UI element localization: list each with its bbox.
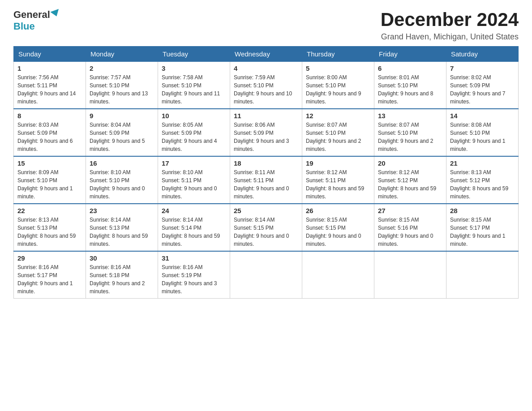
week-row-1: 1Sunrise: 7:56 AMSunset: 5:11 PMDaylight… [14, 62, 519, 109]
header-day-friday: Friday [374, 47, 446, 62]
calendar-cell: 26Sunrise: 8:15 AMSunset: 5:15 PMDayligh… [302, 204, 374, 251]
day-info: Sunrise: 8:05 AMSunset: 5:09 PMDaylight:… [162, 121, 226, 153]
day-info: Sunrise: 8:04 AMSunset: 5:09 PMDaylight:… [90, 121, 154, 153]
day-number: 15 [17, 159, 82, 167]
day-info: Sunrise: 7:58 AMSunset: 5:10 PMDaylight:… [162, 73, 226, 106]
day-number: 27 [378, 207, 442, 214]
calendar-cell [302, 251, 374, 299]
day-number: 31 [162, 254, 226, 262]
calendar-cell: 2Sunrise: 7:57 AMSunset: 5:10 PMDaylight… [86, 62, 158, 109]
calendar-cell: 22Sunrise: 8:13 AMSunset: 5:13 PMDayligh… [14, 204, 86, 251]
day-info: Sunrise: 8:14 AMSunset: 5:14 PMDaylight:… [162, 216, 226, 248]
calendar-cell: 20Sunrise: 8:12 AMSunset: 5:12 PMDayligh… [374, 156, 446, 204]
day-number: 13 [378, 112, 442, 120]
day-info: Sunrise: 8:15 AMSunset: 5:16 PMDaylight:… [378, 216, 442, 248]
calendar-cell: 21Sunrise: 8:13 AMSunset: 5:12 PMDayligh… [446, 156, 519, 204]
header-day-monday: Monday [86, 47, 158, 62]
day-info: Sunrise: 8:11 AMSunset: 5:11 PMDaylight:… [234, 168, 298, 201]
day-number: 7 [450, 64, 515, 72]
calendar-cell: 19Sunrise: 8:12 AMSunset: 5:11 PMDayligh… [302, 156, 374, 204]
calendar-cell: 31Sunrise: 8:16 AMSunset: 5:19 PMDayligh… [158, 251, 230, 299]
calendar-cell: 27Sunrise: 8:15 AMSunset: 5:16 PMDayligh… [374, 204, 446, 251]
day-info: Sunrise: 8:14 AMSunset: 5:13 PMDaylight:… [90, 216, 154, 248]
calendar-cell: 9Sunrise: 8:04 AMSunset: 5:09 PMDaylight… [86, 109, 158, 156]
day-info: Sunrise: 8:16 AMSunset: 5:18 PMDaylight:… [90, 263, 154, 295]
header-day-thursday: Thursday [302, 47, 374, 62]
day-number: 25 [234, 207, 298, 214]
day-number: 19 [306, 159, 370, 167]
day-number: 1 [17, 64, 82, 72]
calendar-cell: 7Sunrise: 8:02 AMSunset: 5:09 PMDaylight… [446, 62, 519, 109]
calendar-cell: 24Sunrise: 8:14 AMSunset: 5:14 PMDayligh… [158, 204, 230, 251]
month-year-title: December 2024 [381, 9, 519, 30]
calendar-cell: 18Sunrise: 8:11 AMSunset: 5:11 PMDayligh… [230, 156, 302, 204]
day-number: 11 [234, 112, 298, 120]
day-info: Sunrise: 8:09 AMSunset: 5:10 PMDaylight:… [17, 168, 82, 201]
day-info: Sunrise: 8:10 AMSunset: 5:10 PMDaylight:… [90, 168, 154, 201]
week-row-3: 15Sunrise: 8:09 AMSunset: 5:10 PMDayligh… [14, 156, 519, 204]
day-number: 10 [162, 112, 226, 120]
day-info: Sunrise: 8:07 AMSunset: 5:10 PMDaylight:… [378, 121, 442, 153]
day-info: Sunrise: 8:03 AMSunset: 5:09 PMDaylight:… [17, 121, 82, 153]
day-info: Sunrise: 8:10 AMSunset: 5:11 PMDaylight:… [162, 168, 226, 201]
day-number: 14 [450, 112, 515, 120]
header-day-sunday: Sunday [14, 47, 86, 62]
location-title: Grand Haven, Michigan, United States [381, 32, 519, 42]
day-number: 29 [17, 254, 82, 262]
day-number: 30 [90, 254, 154, 262]
day-number: 12 [306, 112, 370, 120]
day-number: 3 [162, 64, 226, 72]
day-number: 9 [90, 112, 154, 120]
day-info: Sunrise: 8:13 AMSunset: 5:12 PMDaylight:… [450, 168, 515, 201]
day-number: 24 [162, 207, 226, 214]
day-number: 5 [306, 64, 370, 72]
day-info: Sunrise: 8:15 AMSunset: 5:17 PMDaylight:… [450, 216, 515, 248]
day-number: 2 [90, 64, 154, 72]
week-row-4: 22Sunrise: 8:13 AMSunset: 5:13 PMDayligh… [14, 204, 519, 251]
calendar-cell [374, 251, 446, 299]
day-number: 4 [234, 64, 298, 72]
calendar-table: SundayMondayTuesdayWednesdayThursdayFrid… [13, 46, 519, 299]
day-info: Sunrise: 8:01 AMSunset: 5:10 PMDaylight:… [378, 73, 442, 106]
calendar-cell: 10Sunrise: 8:05 AMSunset: 5:09 PMDayligh… [158, 109, 230, 156]
calendar-cell: 15Sunrise: 8:09 AMSunset: 5:10 PMDayligh… [14, 156, 86, 204]
day-number: 26 [306, 207, 370, 214]
header-day-tuesday: Tuesday [158, 47, 230, 62]
day-info: Sunrise: 8:00 AMSunset: 5:10 PMDaylight:… [306, 73, 370, 106]
day-info: Sunrise: 7:56 AMSunset: 5:11 PMDaylight:… [17, 73, 82, 106]
calendar-cell [230, 251, 302, 299]
week-row-5: 29Sunrise: 8:16 AMSunset: 5:17 PMDayligh… [14, 251, 519, 299]
calendar-cell: 28Sunrise: 8:15 AMSunset: 5:17 PMDayligh… [446, 204, 519, 251]
calendar-cell: 5Sunrise: 8:00 AMSunset: 5:10 PMDaylight… [302, 62, 374, 109]
calendar-cell: 3Sunrise: 7:58 AMSunset: 5:10 PMDaylight… [158, 62, 230, 109]
day-number: 17 [162, 159, 226, 167]
title-area: December 2024 Grand Haven, Michigan, Uni… [381, 9, 519, 42]
day-info: Sunrise: 7:59 AMSunset: 5:10 PMDaylight:… [234, 73, 298, 106]
day-info: Sunrise: 8:08 AMSunset: 5:10 PMDaylight:… [450, 121, 515, 153]
calendar-cell: 14Sunrise: 8:08 AMSunset: 5:10 PMDayligh… [446, 109, 519, 156]
day-info: Sunrise: 7:57 AMSunset: 5:10 PMDaylight:… [90, 73, 154, 106]
header-day-wednesday: Wednesday [230, 47, 302, 62]
day-info: Sunrise: 8:07 AMSunset: 5:10 PMDaylight:… [306, 121, 370, 153]
calendar-cell: 25Sunrise: 8:14 AMSunset: 5:15 PMDayligh… [230, 204, 302, 251]
day-info: Sunrise: 8:06 AMSunset: 5:09 PMDaylight:… [234, 121, 298, 153]
page-header: General Blue December 2024 Grand Haven, … [13, 9, 519, 42]
week-row-2: 8Sunrise: 8:03 AMSunset: 5:09 PMDaylight… [14, 109, 519, 156]
calendar-cell: 4Sunrise: 7:59 AMSunset: 5:10 PMDaylight… [230, 62, 302, 109]
day-info: Sunrise: 8:16 AMSunset: 5:17 PMDaylight:… [17, 263, 82, 295]
logo-blue-text: Blue [13, 21, 35, 32]
day-number: 8 [17, 112, 82, 120]
day-number: 18 [234, 159, 298, 167]
calendar-cell: 17Sunrise: 8:10 AMSunset: 5:11 PMDayligh… [158, 156, 230, 204]
calendar-cell: 16Sunrise: 8:10 AMSunset: 5:10 PMDayligh… [86, 156, 158, 204]
header-row: SundayMondayTuesdayWednesdayThursdayFrid… [14, 47, 519, 62]
day-info: Sunrise: 8:14 AMSunset: 5:15 PMDaylight:… [234, 216, 298, 248]
header-day-saturday: Saturday [446, 47, 519, 62]
day-info: Sunrise: 8:02 AMSunset: 5:09 PMDaylight:… [450, 73, 515, 106]
day-info: Sunrise: 8:15 AMSunset: 5:15 PMDaylight:… [306, 216, 370, 248]
calendar-cell: 30Sunrise: 8:16 AMSunset: 5:18 PMDayligh… [86, 251, 158, 299]
day-info: Sunrise: 8:13 AMSunset: 5:13 PMDaylight:… [17, 216, 82, 248]
day-number: 22 [17, 207, 82, 214]
calendar-cell: 29Sunrise: 8:16 AMSunset: 5:17 PMDayligh… [14, 251, 86, 299]
calendar-cell [446, 251, 519, 299]
